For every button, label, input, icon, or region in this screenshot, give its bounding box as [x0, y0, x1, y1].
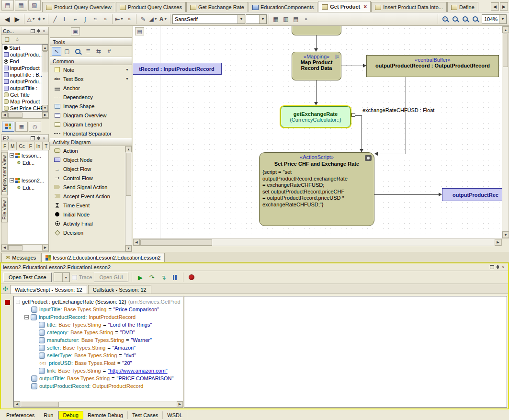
scrollbar-thumb[interactable]	[503, 34, 508, 67]
open-test-case-button[interactable]: Open Test Case	[3, 272, 52, 282]
diagram-tree-toggle-icon[interactable]: ▤	[135, 27, 144, 35]
scrollbar-thumb[interactable]	[43, 51, 47, 72]
palette-item-diagram-overview[interactable]: Diagram Overview	[50, 111, 132, 120]
breakpoint-icon[interactable]	[5, 300, 10, 305]
open-diagram-icon[interactable]: ❑	[3, 35, 11, 43]
palette-item-activity-final[interactable]: Activity Final	[50, 219, 132, 228]
float-panel-icon[interactable]	[30, 28, 35, 34]
tree-item-lesson[interactable]: lesson...	[8, 152, 48, 159]
control-flow-line[interactable]	[316, 35, 317, 49]
statusbar-preferences[interactable]: Preferences	[2, 411, 39, 419]
forward-icon[interactable]: ▶	[12, 14, 22, 24]
mini-tab-5[interactable]: In	[34, 142, 43, 150]
control-flow-line[interactable]	[316, 80, 317, 102]
scroll-up-icon[interactable]: ▲	[125, 146, 132, 152]
palette-item-text-box[interactable]: abcText Box▼	[50, 74, 132, 83]
tree-item-map-product[interactable]: Map Product	[2, 98, 48, 105]
statusbar-remote-debug[interactable]: Remote Debug	[83, 411, 128, 419]
zoom-selection-icon[interactable]	[470, 14, 480, 24]
pin-panel-icon[interactable]	[35, 136, 41, 141]
font-color-icon[interactable]: A▼	[158, 14, 168, 24]
tree-item-start[interactable]: Start	[2, 45, 48, 51]
tree-item-get-title[interactable]: Get Title	[2, 91, 48, 98]
palette-item-accept-event[interactable]: Accept Event Action	[50, 192, 132, 201]
watch-row-priceusd[interactable]: 0.01priceUSD:Base Types.Float="20"	[14, 359, 183, 367]
shape-tool-icon[interactable]: △▼	[26, 14, 36, 24]
mini-tab-6[interactable]: T	[43, 142, 50, 150]
tools-section-header[interactable]: Tools	[50, 38, 132, 46]
scroll-up-icon[interactable]: ▲	[42, 45, 48, 51]
line-tool-icon[interactable]: ╱	[50, 14, 60, 24]
mini-tab-3[interactable]: Cc	[17, 142, 27, 150]
palette-item-object-flow[interactable]: →Object Flow	[50, 164, 132, 173]
mapping-action-node[interactable]: |≡ «Mapping» Map Product Record Data	[292, 52, 341, 80]
close-panel-icon[interactable]: ×	[41, 28, 47, 34]
history-view-icon[interactable]: ◷	[29, 122, 41, 132]
run-icon[interactable]: ▶	[136, 272, 145, 283]
watch-row-inputproductrecord[interactable]: inputProductRecord:InputProductRecord	[14, 313, 183, 321]
watch-value-link[interactable]: "http://www.amazon.com"	[108, 368, 168, 374]
palette-item-anchor[interactable]: Anchor	[50, 83, 132, 92]
scroll-down-icon[interactable]: ▼	[502, 231, 509, 238]
watch-row-manufacturer[interactable]: manufacturer:Base Types.String="Warner"	[14, 336, 183, 344]
pin-panel-icon[interactable]	[35, 28, 41, 34]
palette-item-initial-node[interactable]: Initial Node	[50, 210, 132, 219]
scrollbar-thumb[interactable]	[8, 113, 23, 118]
tree-item-set-price-chf[interactable]: Set Price CHF	[2, 105, 48, 112]
copy-style-icon[interactable]: ▥	[281, 14, 291, 24]
palette-item-send-signal[interactable]: Send Signal Action	[50, 182, 132, 192]
scrollbar-thumb[interactable]	[126, 153, 131, 196]
tree-item-outputtitle[interactable]: outputTitle :	[2, 85, 48, 91]
tree-item-lesson2[interactable]: lesson2...	[8, 177, 48, 184]
kill-session-icon[interactable]	[187, 272, 196, 283]
action-script-node[interactable]: «ActionScript» Set Price CHF and Exchang…	[259, 152, 374, 226]
tab-watches-script[interactable]: Watches/Script - Session: 12	[10, 285, 87, 294]
activity-section-header[interactable]: Activity Diagram	[50, 138, 132, 146]
collapse-icon[interactable]	[10, 178, 14, 182]
breakpoint-gutter[interactable]	[2, 296, 13, 408]
watch-row-inputtitle[interactable]: inputTitle:Base Types.String="Price Comp…	[14, 306, 183, 313]
watches-tree[interactable]: getProduct : getExchangeRate (Session: 1…	[13, 296, 183, 408]
central-buffer-node[interactable]: «centralBuffer» outputProductRecord : Ou…	[366, 55, 499, 77]
object-flow-line[interactable]	[406, 77, 406, 154]
pin-panel-icon[interactable]	[495, 264, 500, 270]
magnifier-tool-icon[interactable]	[73, 47, 82, 56]
object-flow-line[interactable]	[374, 194, 439, 195]
tab-educationcomponents[interactable]: EducationComponents	[249, 2, 317, 12]
tab-messages[interactable]: ✉Messages	[1, 253, 40, 262]
tree-item-outputproduct[interactable]: outputProdu...	[2, 78, 48, 85]
palette-item-note[interactable]: Note▼	[50, 65, 132, 74]
scroll-right-icon[interactable]: ▶	[42, 245, 48, 250]
tab-product-query-classes[interactable]: Product Query Classes	[116, 2, 186, 12]
palette-item-control-flow[interactable]: ⇢Control Flow	[50, 173, 132, 182]
zoom-out-icon[interactable]: −	[450, 14, 460, 24]
pencil-tool-icon[interactable]: ✎	[138, 14, 148, 24]
favorites-star-icon[interactable]: ☆	[13, 35, 22, 43]
tree-item-end[interactable]: End	[2, 58, 48, 65]
model-window-icon[interactable]: ▦	[15, 0, 27, 11]
select-tool-icon[interactable]: ↖	[52, 47, 61, 56]
tab-callstack[interactable]: Callstack - Session: 12	[88, 285, 151, 294]
scroll-up-icon[interactable]: ▲	[502, 26, 509, 33]
collapse-icon[interactable]	[16, 300, 20, 304]
swimlane-tool-icon[interactable]: ✦▼	[36, 14, 46, 24]
scroll-right-icon[interactable]: ▶	[495, 239, 501, 246]
object-flow-line[interactable]	[378, 154, 406, 154]
tab-file-view[interactable]: File View	[1, 197, 8, 222]
palette-item-time-event[interactable]: Time Event	[50, 201, 132, 210]
more-style-icon[interactable]: »	[301, 14, 311, 24]
scroll-left-icon[interactable]: ◀	[1, 245, 8, 250]
tree-item-outputproductrecord[interactable]: outputProdu...	[2, 51, 48, 58]
object-flow-line[interactable]	[362, 115, 362, 149]
step-into-icon[interactable]: ↴	[158, 272, 168, 283]
scrollbar-thumb[interactable]	[21, 402, 59, 407]
mini-tab-1[interactable]: F	[1, 142, 9, 150]
canvas-horizontal-scrollbar[interactable]: ◀ ▶	[133, 238, 502, 246]
tree-item-inputtitle[interactable]: inputTitle : B...	[2, 71, 48, 78]
font-family-combo[interactable]: SansSerif ▼	[172, 14, 245, 24]
align-left-icon[interactable]: ≣	[83, 47, 93, 56]
curve-path-icon[interactable]: ∫	[80, 14, 90, 24]
watch-row-link[interactable]: link:Base Types.String="http://www.amazo…	[14, 367, 183, 375]
scroll-left-icon[interactable]: ◀	[133, 239, 140, 246]
containment-vertical-scrollbar[interactable]: ▲ ▼	[42, 45, 48, 111]
